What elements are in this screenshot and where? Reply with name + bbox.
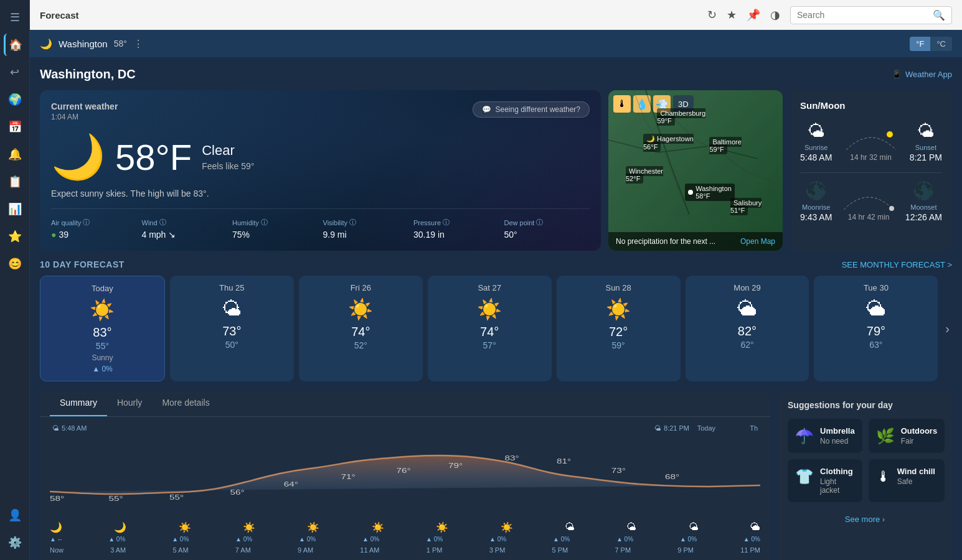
search-input[interactable] xyxy=(797,10,928,20)
map-background: 🌡 💧 💨 3D Chambersburg59°F xyxy=(608,90,783,251)
phone-icon: 📱 xyxy=(892,70,902,79)
svg-point-1 xyxy=(889,206,894,211)
suggestion-windchill-text: Wind chill Safe xyxy=(897,467,935,486)
svg-text:79°: 79° xyxy=(448,462,463,469)
moonrise-icon: 🌑 xyxy=(800,180,832,201)
current-condition: Clear xyxy=(202,142,254,159)
suggestion-outdoors: 🌿 Outdoors Fair xyxy=(869,419,945,453)
time-2: 5 AM xyxy=(173,546,189,554)
chart-icon-1: 🌙 xyxy=(114,521,126,533)
tab-hourly[interactable]: Hourly xyxy=(107,390,152,416)
umbrella-icon: ☂️ xyxy=(795,427,814,445)
forecast-low-tue30: 63° xyxy=(821,340,930,350)
forecast-label-tue30: Tue 30 xyxy=(821,283,930,292)
bottom-grid: Summary Hourly More details 🌤 5:48 AM 🌤 … xyxy=(40,390,952,560)
weather-app-link[interactable]: 📱 Weather App xyxy=(892,70,952,79)
forecast-low-today: 55° xyxy=(48,341,157,351)
chart-area: 🌤 5:48 AM 🌤 8:21 PM Today Th xyxy=(40,417,770,560)
cw-main: 🌙 58°F Clear Feels like 59° xyxy=(51,131,590,182)
sidebar-settings[interactable]: ⚙️ xyxy=(4,531,26,554)
sunrise-icon: 🌤 xyxy=(800,121,832,141)
moonrise-item: 🌑 Moonrise 9:43 AM xyxy=(800,180,832,222)
map-city-washington: Washington58°F xyxy=(685,184,735,201)
map-footer: No precipitation for the next ... Open M… xyxy=(608,232,783,251)
forecast-day-fri26[interactable]: Fri 26 ☀️ 74° 52° xyxy=(299,276,423,381)
see-monthly-link[interactable]: SEE MONTHLY FORECAST > xyxy=(842,260,952,269)
cw-condition-group: Clear Feels like 59° xyxy=(202,142,254,171)
chart-icon-2: ☀️ xyxy=(179,521,191,533)
sidebar-notifications[interactable]: 🔔 xyxy=(4,143,26,166)
chart-sunset-icon: 🌤 xyxy=(654,424,661,432)
celsius-button[interactable]: °C xyxy=(930,37,952,51)
chart-sunrise-label: 🌤 5:48 AM xyxy=(52,424,87,432)
sidebar-emoji[interactable]: 😊 xyxy=(4,253,26,275)
suggestion-windchill-label: Wind chill xyxy=(897,467,935,476)
forecast-header: 10 DAY FORECAST SEE MONTHLY FORECAST > xyxy=(40,259,952,269)
moon-arc-svg xyxy=(841,182,897,213)
tab-more-details[interactable]: More details xyxy=(152,390,219,416)
svg-text:68°: 68° xyxy=(665,473,679,480)
tab-summary[interactable]: Summary xyxy=(50,390,107,416)
current-description: Expect sunny skies. The high will be 83°… xyxy=(51,189,590,198)
sunmoon-sun-row: 🌤 Sunrise 5:48 AM 14 hr 32 min 🌤 Sunse xyxy=(800,121,942,162)
forecast-grid: Today ☀️ 83° 55° Sunny ▲ 0% Thu 25 🌤 73°… xyxy=(40,276,938,381)
stat-visibility: Visibility ⓘ 9.9 mi xyxy=(323,218,409,240)
forecast-day-sat27[interactable]: Sat 27 ☀️ 74° 57° xyxy=(428,276,552,381)
pin-icon[interactable]: 📌 xyxy=(747,8,760,22)
main-grid: Current weather 1:04 AM 💬 Seeing differe… xyxy=(40,90,952,251)
sidebar-user[interactable]: 👤 xyxy=(4,504,26,526)
sidebar-clipboard[interactable]: 📋 xyxy=(4,170,26,193)
suggestion-clothing-label: Clothing xyxy=(820,467,855,476)
forecast-day-tue30[interactable]: Tue 30 🌥 79° 63° xyxy=(814,276,938,381)
theme-icon[interactable]: ◑ xyxy=(770,8,780,22)
clothing-icon: 👕 xyxy=(795,468,814,485)
sunrise-label: Sunrise xyxy=(800,144,832,151)
forecast-label-sun28: Sun 28 xyxy=(564,283,673,292)
temp-toggle: °F °C xyxy=(910,37,952,51)
moonset-icon: 🌑 xyxy=(905,180,942,201)
forecast-high-fri26: 74° xyxy=(306,325,415,339)
sidebar-calendar[interactable]: 📅 xyxy=(4,116,26,138)
forecast-label-thu25: Thu 25 xyxy=(177,283,286,292)
forecast-day-sun28[interactable]: Sun 28 ☀️ 72° 59° xyxy=(557,276,681,381)
see-diff-button[interactable]: 💬 Seeing different weather? xyxy=(473,101,590,118)
open-map-link[interactable]: Open Map xyxy=(740,237,775,246)
main-area: Forecast ↻ ★ 📌 ◑ 🔍 🌙 Washington 58° ⋮ °F… xyxy=(30,0,962,560)
sidebar-home[interactable]: 🏠 xyxy=(4,34,26,56)
sidebar-globe[interactable]: 🌍 xyxy=(4,88,26,111)
forecast-day-today[interactable]: Today ☀️ 83° 55° Sunny ▲ 0% xyxy=(40,276,165,381)
see-more-button[interactable]: See more › xyxy=(788,511,942,528)
windchill-icon: 🌡 xyxy=(876,468,891,485)
search-box[interactable]: 🔍 xyxy=(790,6,952,24)
chart-icon-7: ☀️ xyxy=(501,521,513,533)
content-area: Washington, DC 📱 Weather App Current wea… xyxy=(30,57,962,560)
forecast-label-mon29: Mon 29 xyxy=(693,283,802,292)
svg-text:71°: 71° xyxy=(341,473,356,480)
favorite-icon[interactable]: ★ xyxy=(727,8,737,22)
forecast-day-mon29[interactable]: Mon 29 🌥 82° 62° xyxy=(686,276,809,381)
forecast-next-button[interactable]: › xyxy=(943,276,952,381)
sidebar-menu[interactable]: ☰ xyxy=(4,6,26,29)
sunmoon-title: Sun/Moon xyxy=(800,100,942,111)
suggestion-outdoors-value: Fair xyxy=(901,437,938,446)
time-1: 3 AM xyxy=(110,546,126,554)
chart-icon-8: 🌤 xyxy=(565,521,575,533)
forecast-high-thu25: 73° xyxy=(177,324,286,338)
refresh-icon[interactable]: ↻ xyxy=(707,8,717,22)
chart-time-row: Now 3 AM 5 AM 7 AM 9 AM 11 AM 1 PM 3 PM … xyxy=(50,544,760,554)
location-more-icon[interactable]: ⋮ xyxy=(133,38,143,50)
forecast-precip-today: ▲ 0% xyxy=(48,365,157,373)
chart-today-label: Today xyxy=(697,424,715,432)
precip-6: ▲ 0% xyxy=(426,536,443,543)
precip-3: ▲ 0% xyxy=(235,536,252,543)
sidebar-chart[interactable]: 📊 xyxy=(4,198,26,220)
chart-icon-11: 🌥 xyxy=(750,521,760,533)
sidebar-back[interactable]: ↩ xyxy=(4,61,26,83)
sidebar-star[interactable]: ⭐ xyxy=(4,225,26,248)
chart-icons-row: 🌙 🌙 ☀️ ☀️ ☀️ ☀️ ☀️ ☀️ 🌤 🌤 🌤 🌥 xyxy=(50,520,760,534)
fahrenheit-button[interactable]: °F xyxy=(910,37,930,51)
forecast-high-sat27: 74° xyxy=(435,325,544,339)
time-0: Now xyxy=(50,546,64,554)
forecast-day-thu25[interactable]: Thu 25 🌤 73° 50° xyxy=(170,276,294,381)
cw-label-group: Current weather 1:04 AM xyxy=(51,101,118,121)
